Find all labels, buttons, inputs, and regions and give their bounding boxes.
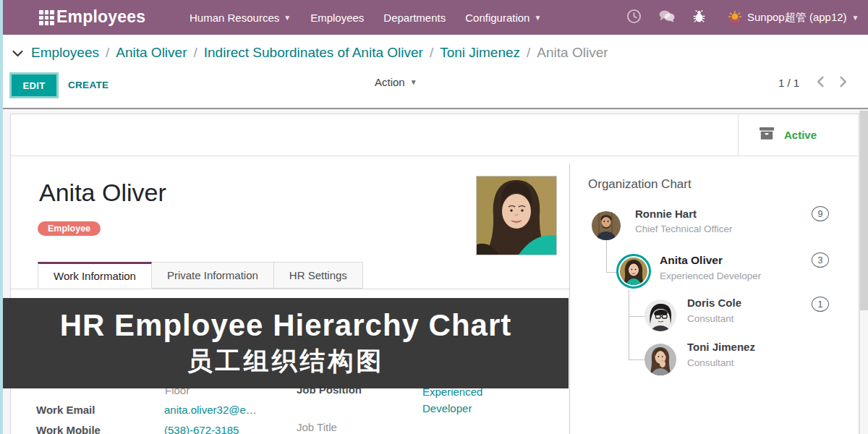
avatar-doris-cole[interactable] — [644, 299, 676, 331]
active-stat-button[interactable]: Active — [738, 114, 858, 156]
edit-button[interactable]: EDIT — [12, 75, 56, 96]
menu-configuration[interactable]: Configuration▼ — [465, 12, 541, 24]
avatar-anita-oliver[interactable] — [616, 254, 651, 289]
breadcrumb-current: Anita Oliver — [537, 45, 608, 61]
menu-departments[interactable]: Departments — [383, 12, 446, 24]
top-navbar: Employees Human Resources▼ Employees Dep… — [0, 0, 868, 35]
active-label: Active — [784, 129, 817, 141]
org-connector — [629, 316, 629, 360]
user-name: Sunpop超管 (app12) — [747, 11, 847, 25]
app-title[interactable]: Employees — [56, 7, 145, 27]
avatar-toni-jimenez[interactable] — [644, 344, 676, 375]
tab-private-information[interactable]: Private Information — [152, 262, 274, 289]
scrollbar-thumb[interactable] — [860, 111, 868, 310]
employee-name-title: Anita Oliver — [39, 179, 166, 207]
pager-count: 1 / 1 — [778, 77, 799, 89]
collapse-chevron-icon[interactable] — [12, 48, 24, 61]
breadcrumb-link[interactable]: Employees — [31, 45, 99, 61]
org-subordinate-count[interactable]: 3 — [812, 252, 829, 268]
employee-photo[interactable] — [476, 176, 557, 255]
topbar-icons — [626, 0, 706, 35]
org-subordinate-count[interactable]: 1 — [812, 297, 829, 312]
org-connector — [629, 359, 644, 360]
work-mobile-value[interactable]: (538)-672-3185 — [164, 424, 239, 434]
org-person-title: Consultant — [687, 313, 734, 324]
orgchart-title: Organization Chart — [588, 177, 692, 192]
create-button[interactable]: CREATE — [68, 80, 109, 90]
activities-clock-icon[interactable] — [626, 9, 642, 27]
breadcrumb-separator: / — [430, 45, 433, 61]
chevron-down-icon: ▼ — [410, 78, 417, 86]
breadcrumb-link[interactable]: Anita Oliver — [116, 45, 187, 61]
apps-grid-icon[interactable] — [39, 10, 54, 25]
chevron-down-icon: ▼ — [534, 14, 541, 22]
job-title-label: Job Title — [297, 421, 337, 433]
breadcrumb-link[interactable]: Toni Jimenez — [440, 45, 520, 61]
left-edge-strip — [0, 0, 3, 434]
messages-icon[interactable] — [658, 9, 676, 26]
employee-type-badge: Employee — [38, 221, 101, 236]
archive-box-icon — [759, 127, 775, 143]
org-person-name[interactable]: Ronnie Hart — [635, 208, 697, 220]
breadcrumb: Employees / Anita Oliver / Indirect Subo… — [12, 45, 608, 61]
menu-human-resources[interactable]: Human Resources▼ — [190, 12, 291, 24]
pager-next-icon[interactable] — [838, 75, 849, 91]
breadcrumb-separator: / — [193, 45, 197, 61]
tabs-baseline — [11, 289, 569, 289]
orgchart-divider — [569, 163, 570, 434]
pager-prev-icon[interactable] — [814, 75, 826, 91]
org-connector — [629, 289, 645, 317]
breadcrumb-separator: / — [527, 45, 530, 61]
work-email-label: Work Email — [36, 404, 95, 416]
org-person-name[interactable]: Toni Jimenez — [687, 341, 755, 353]
chevron-down-icon: ▼ — [852, 14, 859, 22]
top-menu: Human Resources▼ Employees Departments C… — [190, 0, 541, 35]
tab-hr-settings[interactable]: HR Settings — [274, 262, 363, 289]
tab-work-information[interactable]: Work Information — [38, 262, 152, 289]
employees-app-window: Employees Human Resources▼ Employees Dep… — [0, 0, 868, 434]
work-email-value[interactable]: anita.oliver32@e… — [164, 404, 257, 416]
statusbar-divider — [10, 156, 858, 156]
banner-title: HR Employee Hierarchy Chart — [60, 308, 512, 343]
org-subordinate-count[interactable]: 9 — [812, 206, 829, 221]
breadcrumb-link[interactable]: Indirect Subordinates of Anita Oliver — [204, 45, 423, 61]
chevron-down-icon: ▼ — [284, 14, 291, 22]
org-connector — [606, 240, 617, 273]
work-mobile-label: Work Mobile — [36, 424, 101, 434]
org-person-title: Chief Technical Officer — [635, 224, 733, 234]
hierarchy-banner: HR Employee Hierarchy Chart 员工组织结构图 — [3, 298, 569, 388]
org-person-title: Experienced Developer — [660, 271, 761, 281]
notebook-tabs: Work Information Private Information HR … — [38, 262, 363, 289]
avatar-ronnie-hart[interactable] — [592, 211, 621, 240]
user-menu[interactable]: Sunpop超管 (app12) ▼ — [728, 0, 859, 35]
company-sun-logo-icon — [728, 10, 742, 25]
menu-employees[interactable]: Employees — [310, 12, 364, 24]
action-dropdown[interactable]: Action ▼ — [375, 76, 417, 88]
debug-bug-icon[interactable] — [692, 9, 706, 26]
breadcrumb-separator: / — [106, 45, 109, 61]
banner-subtitle: 员工组织结构图 — [187, 344, 385, 378]
org-person-title: Consultant — [687, 357, 734, 368]
org-person-name[interactable]: Doris Cole — [687, 297, 741, 309]
org-person-name[interactable]: Anita Oliver — [660, 254, 723, 267]
